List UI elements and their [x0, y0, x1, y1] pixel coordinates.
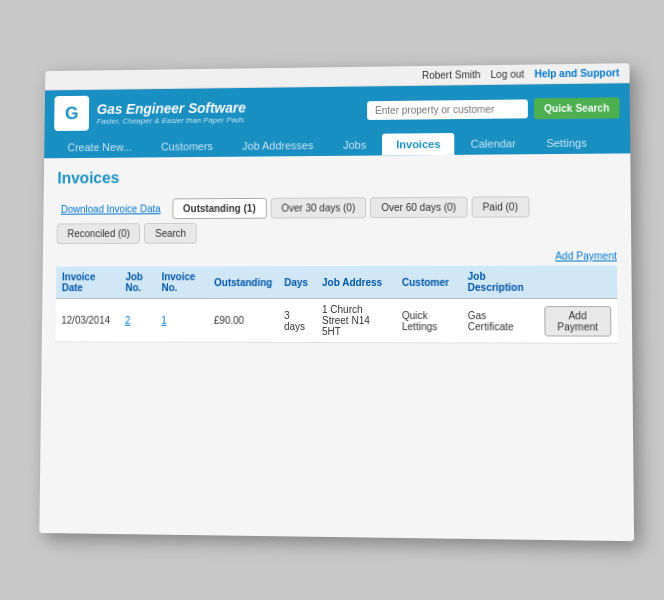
tab-customers[interactable]: Customers	[147, 135, 226, 157]
cell-invoice-no[interactable]: 1	[155, 299, 208, 343]
add-payment-row-button[interactable]: Add Payment	[544, 306, 611, 337]
logout-link[interactable]: Log out	[491, 69, 525, 80]
filter-outstanding[interactable]: Outstanding (1)	[172, 198, 266, 219]
cell-job-address: 1 Church Street N14 5HT	[316, 298, 396, 342]
col-job-address: Job Address	[316, 266, 396, 299]
tab-jobs[interactable]: Jobs	[329, 134, 380, 156]
quick-search-button[interactable]: Quick Search	[534, 97, 620, 119]
app-header: G Gas Engineer Software Faster, Cheaper …	[45, 83, 631, 137]
filter-bar: Download Invoice Data Outstanding (1) Ov…	[57, 196, 617, 244]
filter-paid[interactable]: Paid (0)	[471, 196, 529, 217]
tab-create-new[interactable]: Create New...	[54, 136, 146, 158]
filter-reconciled[interactable]: Reconciled (0)	[57, 223, 141, 244]
col-outstanding: Outstanding	[208, 266, 278, 298]
col-days: Days	[278, 266, 316, 298]
cell-action: Add Payment	[538, 298, 618, 343]
col-invoice-no: Invoice No.	[155, 266, 208, 298]
cell-outstanding: £90.00	[208, 299, 278, 343]
logo-area: G Gas Engineer Software Faster, Cheaper …	[54, 94, 246, 131]
table-row: 12/03/2014 2 1 £90.00 3 days 1 Church St…	[55, 298, 617, 343]
add-payment-header-button[interactable]: Add Payment	[555, 250, 617, 261]
add-payment-header-row: Add Payment	[56, 250, 617, 262]
cell-invoice-date: 12/03/2014	[55, 299, 119, 342]
filter-search[interactable]: Search	[144, 223, 197, 244]
filter-over30[interactable]: Over 30 days (0)	[270, 197, 366, 218]
tab-settings[interactable]: Settings	[532, 132, 601, 155]
invoices-table: Invoice Date Job No. Invoice No. Outstan…	[55, 266, 617, 344]
page-title: Invoices	[57, 166, 616, 188]
col-job-no: Job No.	[119, 266, 155, 298]
table-header-row: Invoice Date Job No. Invoice No. Outstan…	[56, 266, 617, 299]
logo-text: Gas Engineer Software Faster, Cheaper & …	[97, 99, 246, 125]
user-name: Robert Smith	[422, 69, 481, 81]
property-search-input[interactable]	[367, 99, 528, 120]
cell-customer: Quick Lettings	[396, 298, 462, 342]
col-invoice-date: Invoice Date	[56, 266, 120, 298]
cell-job-description: Gas Certificate	[462, 298, 538, 343]
filter-over60[interactable]: Over 60 days (0)	[370, 197, 467, 218]
header-right: Quick Search	[367, 97, 620, 121]
tab-job-addresses[interactable]: Job Addresses	[228, 134, 327, 157]
cell-days: 3 days	[278, 299, 316, 343]
app-title: Gas Engineer Software	[97, 99, 246, 116]
main-content: Invoices Download Invoice Data Outstandi…	[39, 153, 634, 541]
cell-job-no[interactable]: 2	[119, 299, 156, 343]
help-link[interactable]: Help and Support	[534, 67, 619, 79]
screen-wrapper: Robert Smith Log out Help and Support G …	[39, 63, 634, 541]
col-action	[538, 266, 618, 299]
logo-icon: G	[54, 96, 89, 131]
download-invoice-link[interactable]: Download Invoice Data	[57, 201, 165, 216]
app-subtitle: Faster, Cheaper & Easier than Paper Pads	[97, 115, 246, 125]
tab-calendar[interactable]: Calendar	[456, 132, 530, 155]
col-customer: Customer	[396, 266, 462, 299]
tab-invoices[interactable]: Invoices	[382, 133, 454, 155]
col-job-description: Job Description	[461, 266, 537, 299]
